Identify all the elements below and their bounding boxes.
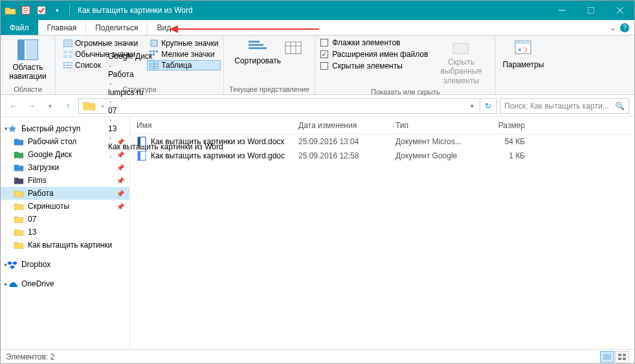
sidebar-quick-access[interactable]: ▾ Быстрый доступ bbox=[1, 122, 129, 135]
tab-file[interactable]: Файл bbox=[1, 20, 38, 35]
show-hidden-toggle[interactable]: Скрытые элементы bbox=[320, 61, 428, 70]
ribbon-collapse-icon[interactable]: ⌄ bbox=[610, 23, 616, 32]
recent-dropdown[interactable]: ▾ bbox=[42, 98, 58, 114]
folder-icon bbox=[14, 150, 24, 159]
navigation-pane-button[interactable]: Область навигации bbox=[6, 38, 50, 83]
pin-icon: 📌 bbox=[117, 164, 124, 171]
properties-icon[interactable] bbox=[19, 3, 33, 17]
svg-point-34 bbox=[518, 48, 521, 51]
svg-rect-8 bbox=[63, 50, 67, 54]
svg-rect-36 bbox=[138, 137, 140, 146]
sidebar-item[interactable]: Скриншоты📌 bbox=[1, 200, 129, 213]
titlebar: ▾ Как вытащить картинки из Word bbox=[1, 1, 634, 20]
chevron-right-icon[interactable]: › bbox=[107, 63, 114, 69]
svg-rect-1 bbox=[38, 6, 45, 14]
pin-icon: 📌 bbox=[117, 203, 124, 210]
show-checkboxes-toggle[interactable]: Флажки элементов bbox=[320, 38, 428, 47]
svg-rect-17 bbox=[63, 62, 65, 63]
svg-rect-21 bbox=[63, 67, 65, 69]
tree-expand-icon[interactable]: ▾ bbox=[5, 125, 8, 132]
status-bar: Элементов: 2 bbox=[1, 349, 634, 363]
up-button[interactable]: ↑ bbox=[60, 98, 76, 114]
group-panes-label: Области bbox=[14, 84, 42, 93]
column-headers[interactable]: Имя Дата изменения Тип Размер bbox=[130, 117, 634, 134]
column-size[interactable]: Размер bbox=[486, 121, 525, 130]
sidebar-item[interactable]: Как вытащить картинки bbox=[1, 239, 129, 252]
chevron-right-icon[interactable]: › bbox=[107, 81, 114, 87]
sidebar-item[interactable]: Загрузки📌 bbox=[1, 161, 129, 174]
svg-rect-45 bbox=[623, 358, 626, 360]
minimize-button[interactable] bbox=[547, 1, 576, 20]
svg-rect-44 bbox=[618, 358, 621, 360]
chevron-root-icon[interactable]: « bbox=[98, 103, 107, 109]
forward-button[interactable]: → bbox=[24, 98, 39, 114]
svg-rect-7 bbox=[151, 40, 157, 47]
back-button[interactable]: ← bbox=[6, 98, 21, 114]
sidebar-item[interactable]: Films📌 bbox=[1, 174, 129, 187]
svg-rect-6 bbox=[63, 39, 72, 47]
columns-button[interactable] bbox=[284, 38, 303, 59]
options-icon bbox=[513, 39, 533, 59]
chevron-right-icon[interactable]: › bbox=[107, 99, 114, 105]
breadcrumb-segment[interactable]: Google Диск bbox=[107, 52, 225, 61]
maximize-button[interactable] bbox=[576, 1, 605, 20]
view-details-button[interactable] bbox=[600, 351, 614, 363]
layout-large-icons[interactable]: Крупные значки bbox=[147, 38, 221, 48]
sidebar-item[interactable]: 07 bbox=[1, 213, 129, 226]
nav-pane-label: Область навигации bbox=[7, 63, 49, 81]
column-name[interactable]: Имя bbox=[137, 121, 298, 130]
sidebar-onedrive[interactable]: ▸ OneDrive bbox=[1, 277, 129, 290]
tab-share[interactable]: Поделиться bbox=[86, 20, 148, 35]
address-bar: ← → ▾ ↑ « Google Диск›Работа›lumpics ru›… bbox=[1, 95, 634, 117]
search-input[interactable]: Поиск: Как вытащить карти... 🔍 bbox=[500, 98, 629, 114]
file-row[interactable]: Как вытащить картинки из Word.gdoc25.09.… bbox=[130, 149, 634, 163]
sidebar-item[interactable]: Google Диск📌 bbox=[1, 148, 129, 161]
layout-huge-icons[interactable]: Огромные значки bbox=[61, 38, 140, 48]
close-button[interactable] bbox=[605, 1, 634, 20]
breadcrumb-dropdown-icon[interactable]: ▾ bbox=[464, 98, 480, 114]
sidebar-dropbox[interactable]: ▸ Dropbox bbox=[1, 258, 129, 271]
breadcrumb-segment[interactable]: Работа bbox=[107, 70, 225, 79]
search-placeholder: Поиск: Как вытащить карти... bbox=[504, 102, 615, 111]
tab-home[interactable]: Главная bbox=[38, 20, 87, 35]
breadcrumb[interactable]: « Google Диск›Работа›lumpics ru›07›13›Ка… bbox=[78, 98, 497, 114]
view-thumbnails-button[interactable] bbox=[615, 351, 629, 363]
svg-rect-3 bbox=[588, 7, 594, 14]
sidebar-item[interactable]: 13 bbox=[1, 226, 129, 239]
refresh-button[interactable]: ↻ bbox=[480, 99, 495, 113]
checkbox-icon[interactable] bbox=[34, 3, 49, 17]
column-type[interactable]: Тип bbox=[395, 121, 486, 130]
svg-rect-33 bbox=[515, 41, 531, 44]
sort-icon bbox=[247, 39, 268, 55]
file-row[interactable]: Как вытащить картинки из Word.docx25.09.… bbox=[130, 134, 634, 149]
pin-icon: 📌 bbox=[117, 177, 124, 184]
folder-icon bbox=[14, 241, 24, 250]
breadcrumb-segment[interactable]: lumpics ru bbox=[107, 88, 225, 97]
svg-rect-10 bbox=[63, 55, 67, 58]
folder-icon bbox=[14, 137, 24, 146]
tree-collapse-icon[interactable]: ▸ bbox=[5, 261, 8, 268]
annotation-arrow bbox=[169, 25, 319, 33]
group-showhide-label: Показать или скрыть bbox=[371, 87, 440, 96]
sidebar-item[interactable]: Рабочий стол📌 bbox=[1, 135, 129, 148]
folder-icon bbox=[3, 3, 17, 17]
breadcrumb-segment[interactable]: 07 bbox=[107, 106, 225, 115]
ribbon: Область навигации Области Огромные значк… bbox=[1, 36, 634, 95]
svg-rect-19 bbox=[63, 65, 65, 66]
file-list: Имя Дата изменения Тип Размер Как вытащи… bbox=[130, 117, 634, 350]
folder-icon bbox=[83, 100, 96, 112]
svg-rect-31 bbox=[453, 43, 469, 54]
sidebar-item[interactable]: Работа📌 bbox=[1, 187, 129, 200]
qat-dropdown-icon[interactable]: ▾ bbox=[50, 3, 64, 17]
help-icon[interactable]: ? bbox=[620, 23, 629, 32]
sort-button[interactable]: Сортировать bbox=[236, 38, 280, 67]
sidebar: ▾ Быстрый доступ Рабочий стол📌Google Дис… bbox=[1, 117, 130, 350]
search-icon: 🔍 bbox=[615, 102, 625, 111]
tree-collapse-icon[interactable]: ▸ bbox=[5, 281, 8, 287]
folder-icon bbox=[14, 163, 24, 172]
column-date[interactable]: Дата изменения bbox=[298, 121, 395, 130]
show-extensions-toggle[interactable]: Расширения имен файлов bbox=[320, 50, 428, 59]
options-button[interactable]: Параметры bbox=[501, 38, 545, 70]
status-text: Элементов: 2 bbox=[6, 352, 54, 361]
hide-selected-button[interactable]: Скрыть выбранные элементы bbox=[432, 38, 490, 87]
